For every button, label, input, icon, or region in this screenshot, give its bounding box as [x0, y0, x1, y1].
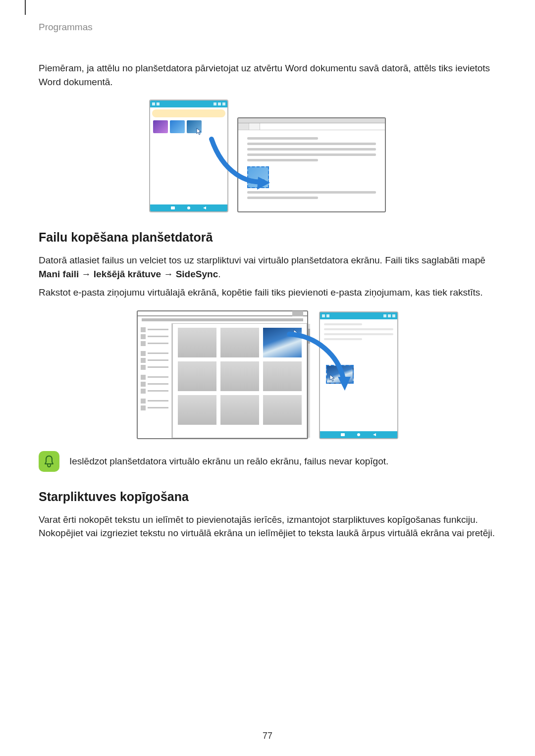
search-bar-mock — [152, 109, 225, 117]
thumbnails — [153, 120, 224, 133]
tablet-titlebar — [150, 101, 227, 107]
bell-icon — [39, 451, 59, 472]
cursor-icon — [259, 178, 267, 186]
note-row: Ieslēdzot planšetdatora virtuālo ekrānu … — [39, 451, 496, 472]
note-text: Ieslēdzot planšetdatora virtuālo ekrānu … — [69, 456, 388, 467]
running-header: Programmas — [39, 22, 496, 33]
photo-thumb-dragging — [263, 328, 302, 357]
page-content: Programmas Piemēram, ja attēlu no planše… — [0, 0, 535, 540]
section1-p1b: . — [218, 269, 220, 279]
intro-paragraph: Piemēram, ja attēlu no planšetdatora pār… — [39, 61, 496, 89]
cursor-icon — [329, 374, 337, 382]
illustration-2 — [39, 310, 496, 439]
tablet-mock-2 — [319, 311, 398, 439]
section1-p1-bold: Mani faili → Iekšējā krātuve → SideSync — [39, 269, 218, 279]
svg-rect-2 — [341, 433, 345, 436]
thumb-2 — [170, 120, 185, 133]
drop-target — [247, 166, 269, 188]
tablet-titlebar — [320, 312, 397, 319]
section1-p2: Rakstot e-pasta ziņojumu virtuālajā ekrā… — [39, 286, 496, 300]
header-tick — [25, 0, 26, 15]
drop-target-2 — [326, 365, 354, 384]
sidebar-mock — [138, 323, 172, 438]
illustration-1 — [39, 100, 496, 212]
cursor-icon — [196, 127, 204, 135]
svg-point-1 — [187, 206, 190, 209]
thumbnail-grid — [172, 323, 307, 438]
desktop-window-mock — [237, 117, 386, 212]
thumb-3-dragging — [187, 120, 202, 133]
section1-title: Failu kopēšana planšetdatorā — [39, 230, 496, 245]
section1-p1: Datorā atlasiet failus un velciet tos uz… — [39, 253, 496, 281]
tablet-mock — [149, 100, 228, 212]
cursor-icon — [293, 329, 301, 337]
section2-p1: Varat ērti nokopēt tekstu un ielīmēt to … — [39, 513, 496, 540]
page-number: 77 — [0, 731, 535, 741]
section2-title: Starpliktuves kopīgošana — [39, 490, 496, 504]
section1-p1a: Datorā atlasiet failus un velciet tos uz… — [39, 255, 485, 265]
tablet-navbar — [320, 431, 397, 438]
svg-rect-0 — [171, 206, 175, 209]
thumb-1 — [153, 120, 168, 133]
tablet-navbar — [150, 204, 227, 211]
svg-point-3 — [357, 433, 360, 436]
desktop-explorer-mock — [137, 310, 308, 439]
